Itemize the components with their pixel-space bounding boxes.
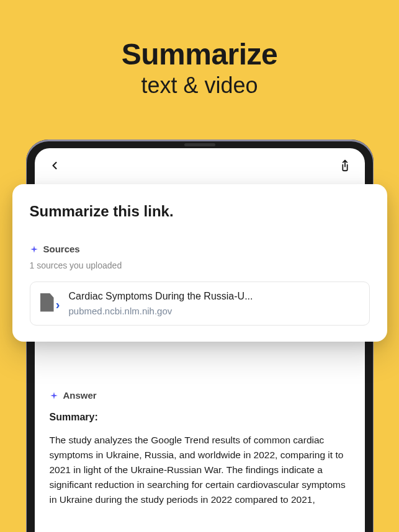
summary-card: Summarize this link. Sources 1 sources y…	[12, 184, 387, 342]
sources-meta: 1 sources you uploaded	[30, 260, 370, 270]
document-link-icon: ›	[40, 293, 59, 314]
card-title: Summarize this link.	[30, 203, 370, 220]
sparkle-icon	[30, 245, 38, 254]
topbar	[35, 148, 365, 180]
source-item[interactable]: › Cardiac Symptoms During the Russia-U..…	[30, 282, 370, 326]
source-domain: pubmed.ncbi.nlm.nih.gov	[69, 306, 359, 316]
share-icon	[338, 159, 352, 172]
hero-subtitle: text & video	[0, 73, 399, 99]
sources-section-header: Sources	[30, 244, 370, 254]
hero-title: Summarize	[0, 37, 399, 71]
tablet-notch	[184, 143, 215, 146]
sparkle-icon	[50, 391, 58, 400]
back-button[interactable]	[47, 158, 62, 173]
answer-label: Answer	[63, 390, 97, 401]
source-title: Cardiac Symptoms During the Russia-U...	[69, 291, 359, 302]
share-button[interactable]	[338, 158, 352, 173]
summary-heading: Summary:	[50, 412, 350, 423]
source-text: Cardiac Symptoms During the Russia-U... …	[69, 291, 359, 316]
chevron-left-icon	[48, 159, 61, 172]
sources-label: Sources	[43, 244, 80, 254]
answer-section-header: Answer	[50, 390, 350, 401]
summary-body: The study analyzes the Google Trend resu…	[50, 433, 350, 507]
hero: Summarize text & video	[0, 0, 399, 123]
